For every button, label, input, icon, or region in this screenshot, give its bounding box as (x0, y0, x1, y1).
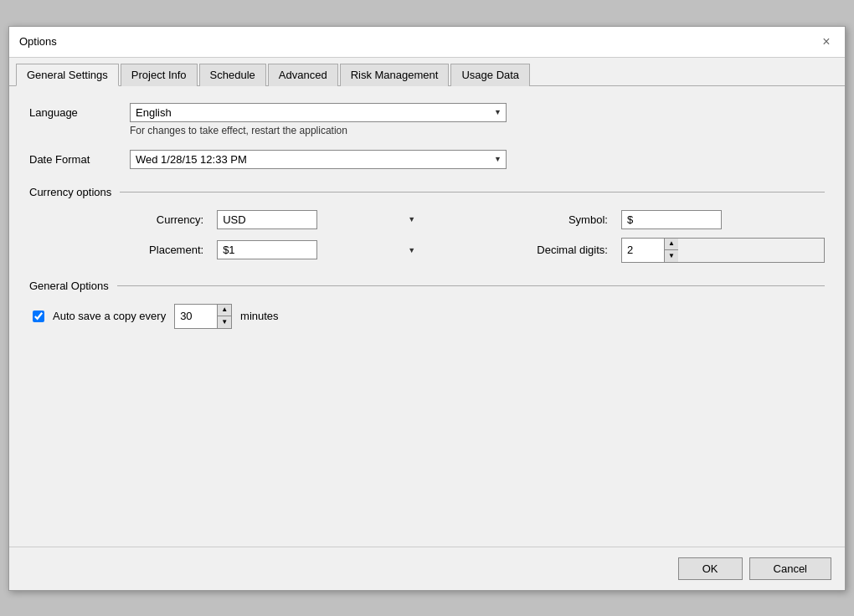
autosave-input[interactable] (175, 305, 217, 328)
tab-bar: General Settings Project Info Schedule A… (9, 58, 845, 86)
currency-label: Currency: (46, 213, 203, 226)
tab-risk-management[interactable]: Risk Management (340, 64, 450, 86)
general-options-section-title: General Options (29, 280, 109, 292)
decimal-down-button[interactable]: ▼ (665, 250, 678, 262)
symbol-input[interactable] (621, 210, 722, 229)
decimal-spinner-buttons: ▲ ▼ (664, 239, 678, 262)
currency-grid: Currency: USD EUR GBP JPY Symbol: Placem… (29, 210, 825, 263)
close-button[interactable]: × (818, 33, 835, 50)
decimal-label: Decimal digits: (434, 244, 608, 256)
tab-advanced[interactable]: Advanced (268, 64, 338, 86)
currency-select-wrapper: USD EUR GBP JPY (217, 210, 420, 229)
tab-content: Language English French German Spanish F… (9, 86, 845, 547)
autosave-checkbox[interactable] (33, 311, 44, 322)
autosave-label[interactable]: Auto save a copy every (53, 310, 166, 322)
currency-select[interactable]: USD EUR GBP JPY (217, 210, 317, 229)
date-format-select-wrapper: Wed 1/28/15 12:33 PM 01/28/2015 28/01/20… (130, 150, 507, 169)
tab-schedule[interactable]: Schedule (199, 64, 266, 86)
decimal-spinner: ▲ ▼ (621, 238, 825, 263)
currency-section-line (120, 192, 825, 192)
language-control: English French German Spanish For change… (130, 103, 825, 136)
language-row: Language English French German Spanish F… (29, 103, 825, 136)
general-options-section-header: General Options (29, 280, 825, 292)
date-format-row: Date Format Wed 1/28/15 12:33 PM 01/28/2… (29, 150, 825, 169)
dialog-title: Options (19, 35, 57, 48)
autosave-up-button[interactable]: ▲ (218, 305, 231, 316)
decimal-input[interactable] (622, 239, 664, 262)
autosave-spinner: ▲ ▼ (174, 304, 232, 329)
autosave-spinner-buttons: ▲ ▼ (217, 305, 231, 328)
language-select[interactable]: English French German Spanish (130, 103, 507, 122)
cancel-button[interactable]: Cancel (749, 557, 831, 580)
currency-section-title: Currency options (29, 186, 111, 198)
minutes-label: minutes (240, 310, 279, 322)
tab-project-info[interactable]: Project Info (121, 64, 198, 86)
language-hint: For changes to take effect, restart the … (130, 125, 825, 136)
symbol-label: Symbol: (434, 213, 608, 226)
tab-general-settings[interactable]: General Settings (16, 64, 119, 86)
autosave-down-button[interactable]: ▼ (218, 316, 231, 328)
general-options-section-line (117, 285, 825, 286)
options-dialog: Options × General Settings Project Info … (8, 26, 846, 591)
placement-select-wrapper: $1 1$ (217, 240, 420, 259)
placement-label: Placement: (46, 244, 203, 256)
language-select-wrapper: English French German Spanish (130, 103, 507, 122)
title-bar: Options × (9, 27, 845, 58)
currency-section-header: Currency options (29, 186, 825, 198)
autosave-row: Auto save a copy every ▲ ▼ minutes (29, 304, 825, 329)
date-format-label: Date Format (29, 150, 130, 166)
placement-select[interactable]: $1 1$ (217, 240, 317, 259)
language-label: Language (29, 103, 130, 119)
date-format-control: Wed 1/28/15 12:33 PM 01/28/2015 28/01/20… (130, 150, 825, 169)
date-format-select[interactable]: Wed 1/28/15 12:33 PM 01/28/2015 28/01/20… (130, 150, 507, 169)
tab-usage-data[interactable]: Usage Data (450, 64, 530, 86)
ok-button[interactable]: OK (678, 557, 743, 580)
decimal-up-button[interactable]: ▲ (665, 239, 678, 250)
dialog-footer: OK Cancel (9, 547, 845, 590)
